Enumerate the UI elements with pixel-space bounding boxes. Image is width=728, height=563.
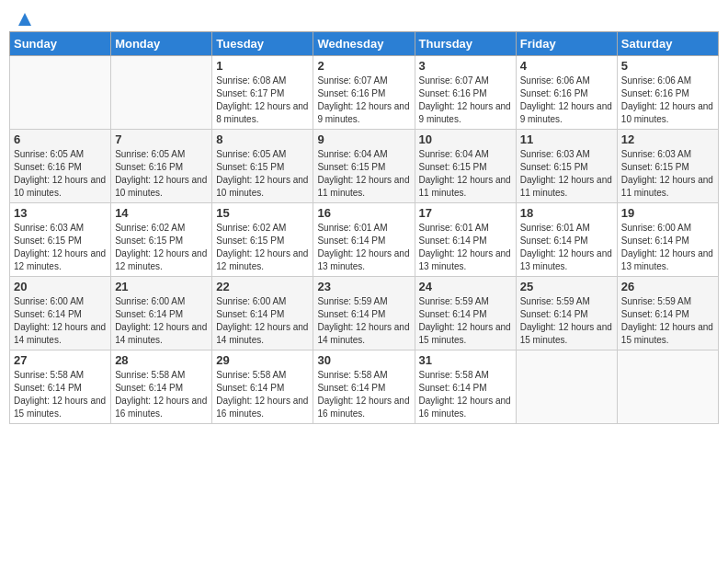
weekday-header-tuesday: Tuesday	[212, 32, 313, 56]
day-info: Sunrise: 5:59 AM Sunset: 6:14 PM Dayligh…	[419, 295, 512, 347]
calendar-cell: 4Sunrise: 6:06 AM Sunset: 6:16 PM Daylig…	[516, 56, 617, 130]
day-number: 19	[621, 206, 714, 220]
day-number: 16	[317, 206, 410, 220]
day-number: 15	[216, 206, 309, 220]
day-number: 1	[216, 59, 309, 73]
calendar-cell	[111, 56, 212, 130]
calendar-cell: 20Sunrise: 6:00 AM Sunset: 6:14 PM Dayli…	[10, 277, 111, 350]
weekday-header-sunday: Sunday	[10, 32, 111, 56]
calendar-cell: 25Sunrise: 5:59 AM Sunset: 6:14 PM Dayli…	[516, 277, 617, 350]
weekday-header-friday: Friday	[516, 32, 617, 56]
calendar-cell: 17Sunrise: 6:01 AM Sunset: 6:14 PM Dayli…	[415, 203, 516, 277]
day-info: Sunrise: 5:58 AM Sunset: 6:14 PM Dayligh…	[14, 369, 107, 420]
calendar-cell: 28Sunrise: 5:58 AM Sunset: 6:14 PM Dayli…	[111, 350, 212, 424]
weekday-header-thursday: Thursday	[415, 32, 516, 56]
day-info: Sunrise: 6:01 AM Sunset: 6:14 PM Dayligh…	[419, 222, 512, 273]
weekday-header-monday: Monday	[111, 32, 212, 56]
day-number: 7	[115, 132, 208, 146]
day-info: Sunrise: 5:58 AM Sunset: 6:14 PM Dayligh…	[419, 369, 512, 420]
day-number: 23	[317, 280, 410, 293]
calendar-header-row: SundayMondayTuesdayWednesdayThursdayFrid…	[10, 32, 719, 56]
calendar-cell: 26Sunrise: 5:59 AM Sunset: 6:14 PM Dayli…	[617, 277, 718, 350]
calendar-cell: 6Sunrise: 6:05 AM Sunset: 6:16 PM Daylig…	[10, 130, 111, 203]
day-number: 2	[317, 59, 410, 73]
day-number: 18	[520, 206, 613, 220]
calendar-week-row: 6Sunrise: 6:05 AM Sunset: 6:16 PM Daylig…	[10, 130, 719, 203]
day-number: 9	[317, 132, 410, 146]
day-info: Sunrise: 6:02 AM Sunset: 6:15 PM Dayligh…	[115, 222, 208, 273]
day-number: 11	[520, 132, 613, 146]
day-info: Sunrise: 6:05 AM Sunset: 6:15 PM Dayligh…	[216, 148, 309, 200]
calendar-cell: 16Sunrise: 6:01 AM Sunset: 6:14 PM Dayli…	[313, 203, 415, 277]
calendar-cell: 23Sunrise: 5:59 AM Sunset: 6:14 PM Dayli…	[313, 277, 415, 350]
page-header	[9, 9, 719, 24]
calendar-cell: 22Sunrise: 6:00 AM Sunset: 6:14 PM Dayli…	[212, 277, 313, 350]
calendar-cell: 5Sunrise: 6:06 AM Sunset: 6:16 PM Daylig…	[617, 56, 718, 130]
calendar-cell: 21Sunrise: 6:00 AM Sunset: 6:14 PM Dayli…	[111, 277, 212, 350]
day-info: Sunrise: 6:00 AM Sunset: 6:14 PM Dayligh…	[216, 295, 309, 347]
calendar-cell: 14Sunrise: 6:02 AM Sunset: 6:15 PM Dayli…	[111, 203, 212, 277]
day-info: Sunrise: 6:03 AM Sunset: 6:15 PM Dayligh…	[520, 148, 613, 200]
calendar-week-row: 13Sunrise: 6:03 AM Sunset: 6:15 PM Dayli…	[10, 203, 719, 277]
calendar-cell: 2Sunrise: 6:07 AM Sunset: 6:16 PM Daylig…	[313, 56, 415, 130]
weekday-header-saturday: Saturday	[617, 32, 718, 56]
day-info: Sunrise: 6:06 AM Sunset: 6:16 PM Dayligh…	[520, 75, 613, 126]
day-number: 27	[14, 353, 107, 367]
day-number: 13	[14, 206, 107, 220]
calendar-cell: 29Sunrise: 5:58 AM Sunset: 6:14 PM Dayli…	[212, 350, 313, 424]
calendar-cell: 12Sunrise: 6:03 AM Sunset: 6:15 PM Dayli…	[617, 130, 718, 203]
calendar-cell: 27Sunrise: 5:58 AM Sunset: 6:14 PM Dayli…	[10, 350, 111, 424]
calendar-cell: 8Sunrise: 6:05 AM Sunset: 6:15 PM Daylig…	[212, 130, 313, 203]
day-info: Sunrise: 5:59 AM Sunset: 6:14 PM Dayligh…	[621, 295, 714, 347]
day-number: 20	[14, 280, 107, 293]
day-number: 6	[14, 132, 107, 146]
calendar-cell	[617, 350, 718, 424]
day-number: 28	[115, 353, 208, 367]
calendar-cell: 1Sunrise: 6:08 AM Sunset: 6:17 PM Daylig…	[212, 56, 313, 130]
day-number: 25	[520, 280, 613, 293]
day-info: Sunrise: 6:02 AM Sunset: 6:15 PM Dayligh…	[216, 222, 309, 273]
logo-icon	[15, 9, 35, 29]
day-info: Sunrise: 6:03 AM Sunset: 6:15 PM Dayligh…	[14, 222, 107, 273]
day-info: Sunrise: 6:01 AM Sunset: 6:14 PM Dayligh…	[317, 222, 410, 273]
calendar-cell	[10, 56, 111, 130]
day-info: Sunrise: 6:03 AM Sunset: 6:15 PM Dayligh…	[621, 148, 714, 200]
day-info: Sunrise: 6:05 AM Sunset: 6:16 PM Dayligh…	[14, 148, 107, 200]
calendar-cell: 3Sunrise: 6:07 AM Sunset: 6:16 PM Daylig…	[415, 56, 516, 130]
day-info: Sunrise: 5:59 AM Sunset: 6:14 PM Dayligh…	[520, 295, 613, 347]
day-info: Sunrise: 6:00 AM Sunset: 6:14 PM Dayligh…	[14, 295, 107, 347]
day-number: 14	[115, 206, 208, 220]
day-number: 24	[419, 280, 512, 293]
calendar-cell: 7Sunrise: 6:05 AM Sunset: 6:16 PM Daylig…	[111, 130, 212, 203]
weekday-header-wednesday: Wednesday	[313, 32, 415, 56]
day-number: 5	[621, 59, 714, 73]
calendar-week-row: 1Sunrise: 6:08 AM Sunset: 6:17 PM Daylig…	[10, 56, 719, 130]
day-number: 8	[216, 132, 309, 146]
day-number: 30	[317, 353, 410, 367]
calendar-cell: 30Sunrise: 5:58 AM Sunset: 6:14 PM Dayli…	[313, 350, 415, 424]
day-info: Sunrise: 6:08 AM Sunset: 6:17 PM Dayligh…	[216, 75, 309, 126]
day-number: 26	[621, 280, 714, 293]
day-info: Sunrise: 6:07 AM Sunset: 6:16 PM Dayligh…	[419, 75, 512, 126]
calendar-week-row: 20Sunrise: 6:00 AM Sunset: 6:14 PM Dayli…	[10, 277, 719, 350]
day-info: Sunrise: 5:58 AM Sunset: 6:14 PM Dayligh…	[216, 369, 309, 420]
calendar-cell: 24Sunrise: 5:59 AM Sunset: 6:14 PM Dayli…	[415, 277, 516, 350]
calendar-cell: 19Sunrise: 6:00 AM Sunset: 6:14 PM Dayli…	[617, 203, 718, 277]
day-info: Sunrise: 5:58 AM Sunset: 6:14 PM Dayligh…	[115, 369, 208, 420]
calendar-cell: 18Sunrise: 6:01 AM Sunset: 6:14 PM Dayli…	[516, 203, 617, 277]
day-info: Sunrise: 6:06 AM Sunset: 6:16 PM Dayligh…	[621, 75, 714, 126]
day-info: Sunrise: 5:59 AM Sunset: 6:14 PM Dayligh…	[317, 295, 410, 347]
day-number: 4	[520, 59, 613, 73]
logo	[13, 9, 35, 24]
day-info: Sunrise: 6:07 AM Sunset: 6:16 PM Dayligh…	[317, 75, 410, 126]
calendar-cell: 15Sunrise: 6:02 AM Sunset: 6:15 PM Dayli…	[212, 203, 313, 277]
day-info: Sunrise: 6:05 AM Sunset: 6:16 PM Dayligh…	[115, 148, 208, 200]
calendar-cell: 11Sunrise: 6:03 AM Sunset: 6:15 PM Dayli…	[516, 130, 617, 203]
calendar-week-row: 27Sunrise: 5:58 AM Sunset: 6:14 PM Dayli…	[10, 350, 719, 424]
day-info: Sunrise: 6:00 AM Sunset: 6:14 PM Dayligh…	[621, 222, 714, 273]
day-info: Sunrise: 6:01 AM Sunset: 6:14 PM Dayligh…	[520, 222, 613, 273]
day-number: 3	[419, 59, 512, 73]
day-number: 17	[419, 206, 512, 220]
calendar-table: SundayMondayTuesdayWednesdayThursdayFrid…	[9, 31, 719, 424]
day-info: Sunrise: 6:00 AM Sunset: 6:14 PM Dayligh…	[115, 295, 208, 347]
